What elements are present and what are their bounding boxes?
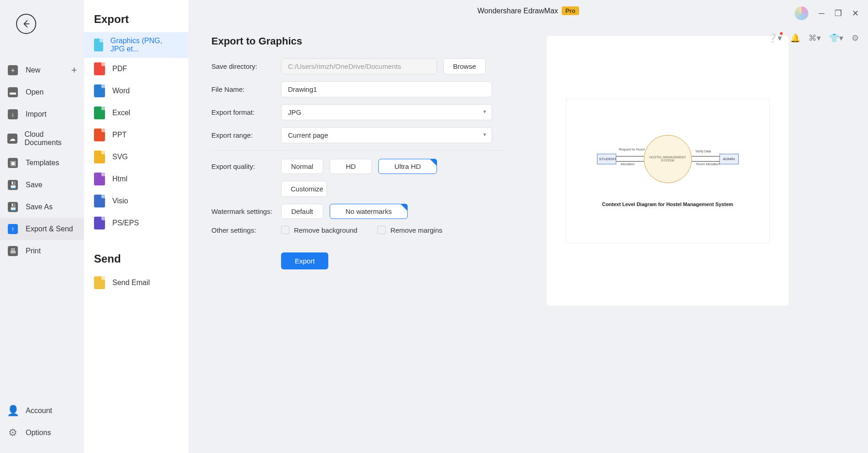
- export-icon: ↑: [8, 224, 18, 234]
- user-icon: 👤: [7, 405, 19, 417]
- nav-label: Account: [26, 407, 52, 415]
- diagram-center: HOSTEL MANAGEMENT SYSTEM: [644, 135, 692, 183]
- export-form: Export to Graphics Save directory: C:/Us…: [211, 35, 505, 306]
- nav-label: Open: [26, 88, 44, 96]
- nav-label: Print: [26, 247, 41, 255]
- checkbox-icon: [377, 226, 386, 234]
- plus-icon: +: [8, 65, 18, 75]
- back-button[interactable]: [16, 14, 36, 34]
- nav-saveas[interactable]: 💾 Save As: [0, 196, 84, 218]
- html-file-icon: [94, 173, 105, 185]
- email-icon: [94, 276, 105, 289]
- nav-label: Save: [26, 181, 42, 189]
- panel-title: Export: [84, 8, 188, 32]
- pro-badge: Pro: [562, 6, 579, 15]
- export-ps[interactable]: PS/EPS: [84, 212, 188, 234]
- send-email[interactable]: Send Email: [84, 272, 188, 294]
- plus-add-icon[interactable]: +: [71, 64, 77, 76]
- nav-label: Import: [26, 110, 46, 118]
- nav-save[interactable]: 💾 Save: [0, 174, 84, 196]
- ps-file-icon: [94, 217, 105, 229]
- preview-caption: Context Level Diagram for Hostel Managem…: [602, 201, 733, 207]
- nav-label: New: [26, 66, 40, 74]
- customize-button[interactable]: Customize: [281, 181, 327, 197]
- export-format-panel: Export Graphics (PNG, JPG et... PDF Word…: [84, 0, 188, 453]
- nav-print[interactable]: 🖶 Print: [0, 240, 84, 262]
- import-icon: ↓: [8, 109, 18, 119]
- export-excel[interactable]: Excel: [84, 102, 188, 124]
- nav-new[interactable]: + New +: [0, 59, 84, 81]
- export-visio[interactable]: Visio: [84, 190, 188, 212]
- svg-file-icon: [94, 151, 105, 163]
- templates-icon: ▣: [8, 158, 18, 168]
- file-sidebar: + New + ▬ Open ↓ Import ☁ Cloud Document…: [0, 0, 84, 453]
- print-icon: 🖶: [8, 246, 18, 256]
- bell-icon[interactable]: 🔔: [790, 33, 800, 43]
- quality-hd[interactable]: HD: [330, 159, 372, 174]
- ppt-file-icon: [94, 129, 105, 141]
- nav-label: Options: [26, 429, 51, 437]
- nav-label: Save As: [26, 203, 53, 211]
- nav-cloud[interactable]: ☁ Cloud Documents: [0, 125, 84, 152]
- save-dir-label: Save directory:: [211, 62, 281, 70]
- shirt-icon[interactable]: 👕▾: [829, 33, 843, 43]
- minimize-icon[interactable]: ─: [818, 9, 824, 18]
- maximize-icon[interactable]: ❐: [835, 8, 842, 18]
- format-label: Export format:: [211, 108, 281, 116]
- quality-label: Export quality:: [211, 162, 281, 170]
- export-pdf[interactable]: PDF: [84, 58, 188, 80]
- visio-file-icon: [94, 195, 105, 207]
- save-dir-input: C:/Users/rimzh/OneDrive/Documents: [281, 58, 437, 74]
- watermark-default[interactable]: Default: [281, 204, 323, 219]
- grid-icon[interactable]: ⌘▾: [808, 33, 821, 43]
- watermark-none[interactable]: No watermarks: [330, 204, 408, 219]
- word-file-icon: [94, 84, 105, 97]
- nav-label: Export & Send: [26, 225, 73, 233]
- quality-ultrahd[interactable]: Ultra HD: [378, 159, 437, 174]
- user-avatar[interactable]: [795, 6, 808, 20]
- nav-templates[interactable]: ▣ Templates: [0, 152, 84, 174]
- save-icon: 💾: [8, 180, 18, 190]
- export-graphics[interactable]: Graphics (PNG, JPG et...: [84, 32, 188, 58]
- nav-options[interactable]: ⚙ Options: [0, 422, 84, 444]
- nav-import[interactable]: ↓ Import: [0, 103, 84, 125]
- nav-label: Templates: [26, 159, 59, 167]
- nav-open[interactable]: ▬ Open: [0, 81, 84, 103]
- range-select[interactable]: Current page: [281, 127, 492, 143]
- title-bar: Wondershare EdrawMax Pro: [188, 0, 868, 22]
- settings-icon[interactable]: ⚙: [851, 33, 859, 43]
- export-html[interactable]: Html: [84, 168, 188, 190]
- preview-canvas: STUDENT Request for Room Allocation HOST…: [566, 99, 770, 243]
- close-icon[interactable]: ✕: [852, 8, 859, 18]
- export-button[interactable]: Export: [281, 252, 328, 269]
- pdf-file-icon: [94, 62, 105, 75]
- folder-icon: ▬: [8, 87, 18, 97]
- other-label: Other settings:: [211, 226, 281, 234]
- export-word[interactable]: Word: [84, 80, 188, 102]
- diagram-admin: ADMIN: [719, 154, 739, 164]
- preview-panel: STUDENT Request for Room Allocation HOST…: [546, 35, 789, 306]
- saveas-icon: 💾: [8, 202, 18, 212]
- help-icon[interactable]: ❔▾: [768, 33, 782, 43]
- diagram-student: STUDENT: [597, 154, 616, 164]
- gear-icon: ⚙: [8, 427, 17, 439]
- nav-export[interactable]: ↑ Export & Send: [0, 218, 84, 240]
- send-title: Send: [84, 248, 188, 272]
- arrow-left-icon: [21, 19, 31, 29]
- export-ppt[interactable]: PPT: [84, 124, 188, 146]
- nav-label: Cloud Documents: [24, 130, 77, 147]
- nav-account[interactable]: 👤 Account: [0, 400, 84, 422]
- app-title: Wondershare EdrawMax: [477, 7, 558, 15]
- remove-margin-option[interactable]: Remove margins: [377, 226, 442, 234]
- form-title: Export to Graphics: [211, 35, 505, 47]
- browse-button[interactable]: Browse: [443, 58, 486, 74]
- remove-bg-option[interactable]: Remove background: [281, 226, 357, 234]
- filename-label: File Name:: [211, 85, 281, 93]
- watermark-label: Watermark settings:: [211, 207, 281, 215]
- filename-input[interactable]: Drawing1: [281, 81, 492, 97]
- cloud-icon: ☁: [7, 134, 17, 144]
- export-svg[interactable]: SVG: [84, 146, 188, 168]
- format-select[interactable]: JPG: [281, 104, 492, 120]
- quality-normal[interactable]: Normal: [281, 159, 323, 174]
- image-file-icon: [94, 39, 103, 51]
